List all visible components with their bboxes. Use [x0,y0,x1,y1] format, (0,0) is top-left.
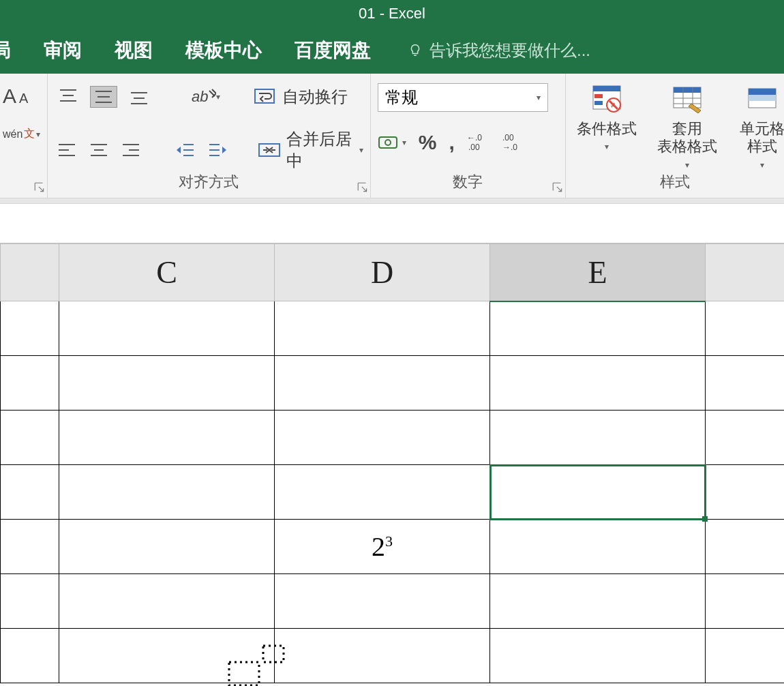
cell[interactable] [490,629,706,683]
cell[interactable] [490,520,706,574]
cell[interactable] [706,465,785,520]
wrap-text-button[interactable]: 自动换行 [254,86,348,108]
cell[interactable] [490,411,706,465]
svg-rect-47 [749,89,776,95]
cell[interactable] [59,465,275,520]
increase-indent-button[interactable] [206,139,230,161]
tell-me-box[interactable]: 告诉我您想要做什么... [408,40,590,61]
ribbon-tabs: 局 审阅 视图 模板中心 百度网盘 告诉我您想要做什么... [0,27,784,74]
svg-rect-36 [594,101,603,105]
percent-button[interactable]: % [419,131,437,154]
align-left-button[interactable] [55,139,78,161]
tab-view[interactable]: 视图 [115,38,153,63]
svg-rect-35 [594,94,603,98]
column-header-f[interactable] [706,244,785,301]
decrease-decimal-button[interactable]: .00 →.0 [502,132,526,153]
number-group-launcher-icon[interactable] [552,181,564,194]
svg-rect-34 [593,86,620,91]
table-format-label: 套用 表格格式 [657,120,717,156]
cell[interactable] [275,574,490,629]
svg-rect-27 [379,137,397,148]
table-format-button[interactable]: 套用 表格格式 ▾ [653,83,721,172]
wrap-text-icon [254,87,277,107]
svg-point-28 [385,140,391,145]
align-top-button[interactable] [55,86,82,108]
cell[interactable] [706,411,785,465]
align-middle-button[interactable] [90,86,117,108]
alignment-group-launcher-icon[interactable] [357,181,369,194]
cell[interactable] [490,356,706,411]
font-size-buttons[interactable]: A A [3,85,28,108]
column-header-b[interactable] [1,244,59,301]
tab-partial[interactable]: 局 [0,38,11,63]
cell-d5[interactable]: 23 [275,520,490,574]
cell[interactable] [59,629,275,683]
tell-me-placeholder: 告诉我您想要做什么... [429,40,590,61]
tab-templates[interactable]: 模板中心 [185,38,262,63]
cell[interactable] [706,356,785,411]
align-right-button[interactable] [119,139,142,161]
cell[interactable] [490,574,706,629]
cell[interactable] [1,356,59,411]
merge-center-button[interactable]: 合并后居中 ▾ [258,128,363,172]
merge-icon [258,140,281,160]
align-bottom-button[interactable] [125,86,153,108]
column-header-d[interactable]: D [275,244,490,301]
cell[interactable] [490,301,706,356]
cell-styles-label: 单元格样式 [734,120,784,156]
cell[interactable] [706,301,785,356]
cell[interactable] [1,629,59,683]
cell[interactable] [1,411,59,465]
svg-rect-41 [674,87,701,93]
column-header-c[interactable]: C [59,244,275,301]
orientation-button[interactable]: ab ▾ [185,86,224,108]
cell[interactable] [59,356,275,411]
svg-text:←.0: ←.0 [467,133,482,143]
phonetic-guide-button[interactable]: wén 文 ▾ [3,127,40,141]
worksheet-grid[interactable]: C D E 23 [0,243,784,683]
font-group-launcher-icon[interactable] [33,181,46,194]
cell[interactable] [275,465,490,520]
cell[interactable] [59,520,275,574]
accounting-format-button[interactable]: ▾ [378,133,406,152]
table-row: 23 [1,520,785,574]
cell-d5-base: 2 [372,531,385,562]
window-title: 01 - Excel [359,5,425,23]
cell[interactable] [275,356,490,411]
cell[interactable] [275,629,490,683]
svg-rect-48 [749,95,776,101]
ribbon-group-alignment: ab ▾ 自动换行 [48,74,371,198]
increase-decimal-button[interactable]: ←.0 .00 [467,132,490,153]
cell[interactable] [706,574,785,629]
align-center-button[interactable] [87,139,110,161]
wrap-text-label: 自动换行 [282,86,348,108]
column-header-e[interactable]: E [490,244,706,301]
conditional-format-button[interactable]: ≠ 条件格式 ▾ [573,83,641,172]
cell[interactable] [1,574,59,629]
cell[interactable] [275,301,490,356]
comma-button[interactable]: , [449,131,454,154]
ribbon-group-styles: ≠ 条件格式 ▾ 套用 表格格式 ▾ [566,74,784,198]
cell[interactable] [706,629,785,683]
cell[interactable] [1,520,59,574]
decrease-indent-button[interactable] [173,139,197,161]
tab-review[interactable]: 审阅 [44,38,82,63]
cell[interactable] [1,465,59,520]
selected-cell-e4[interactable] [490,465,706,520]
cell[interactable] [59,301,275,356]
formula-bar[interactable] [0,204,784,243]
cell-d5-exponent: 3 [385,533,393,550]
dropdown-icon: ▾ [537,93,541,102]
cell[interactable] [1,301,59,356]
cell-styles-button[interactable]: 单元格样式 ▾ [734,83,784,172]
alignment-group-label: 对齐方式 [179,172,239,192]
decrease-decimal-icon: .00 →.0 [502,132,526,153]
conditional-format-icon: ≠ [590,83,623,116]
cell[interactable] [706,520,785,574]
cell[interactable] [59,574,275,629]
number-format-select[interactable]: 常规 ▾ [378,83,548,112]
cell[interactable] [275,411,490,465]
tab-baidu[interactable]: 百度网盘 [295,38,371,63]
cell[interactable] [59,411,275,465]
dropdown-icon: ▾ [216,92,220,102]
